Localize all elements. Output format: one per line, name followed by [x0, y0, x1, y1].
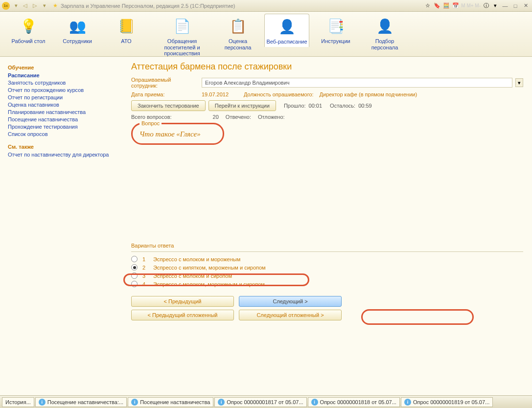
remain-value: 00:59: [358, 103, 372, 109]
window-tab[interactable]: iПосещение наставничества: [128, 397, 213, 407]
answer-option-2[interactable]: 2 Эспрессо с кипятком, мороженым и сироп…: [131, 263, 523, 272]
sidebar-item-occupancy[interactable]: Занятость сотрудников: [8, 80, 115, 86]
bookmark-icon[interactable]: 🔖: [433, 2, 441, 10]
elapsed-value: 00:01: [309, 103, 323, 109]
answer-number: 1: [142, 256, 148, 262]
dropdown-icon[interactable]: ▾: [40, 1, 49, 10]
answer-option-1[interactable]: 1 Эспрессо с молоком и мороженым: [131, 255, 523, 263]
deferred-label: Отложено:: [258, 114, 285, 120]
close-button[interactable]: ✕: [521, 1, 530, 10]
info-icon: i: [39, 399, 46, 406]
employees-icon: 👥: [67, 16, 88, 36]
add-person-icon: 👤: [374, 16, 395, 36]
window-tab[interactable]: iОпрос 00000001818 от 05.07...: [308, 397, 400, 407]
clipboard-icon: 📋: [228, 16, 248, 36]
ato-icon: 📒: [116, 16, 137, 36]
window-tab[interactable]: iОпрос 00000001817 от 05.07...: [214, 397, 306, 407]
forward-icon[interactable]: ▷: [30, 1, 39, 10]
star-icon[interactable]: ★: [53, 2, 58, 9]
dropdown-icon[interactable]: ▾: [491, 2, 499, 10]
sidebar-item-mentor-plan[interactable]: Планирование наставничества: [8, 109, 115, 115]
history-button[interactable]: История...: [2, 397, 34, 407]
toolbar-desktop[interactable]: 💡Рабочий стол: [6, 14, 51, 46]
answer-text: Эспрессо с кипятком, мороженым и сиропом: [153, 265, 266, 271]
answers-legend: Варианты ответа: [131, 243, 523, 249]
remain-label: Осталось:: [330, 103, 355, 109]
memory-indicators: M M+ M-: [461, 3, 481, 8]
highlight-next: [361, 309, 474, 325]
window-tab[interactable]: iПосещение наставничества:...: [35, 397, 127, 407]
instructions-icon: 📑: [325, 16, 346, 36]
goto-instruction-button[interactable]: Перейти к инструкции: [208, 100, 276, 111]
employee-field[interactable]: Егоров Александр Владимирович: [202, 78, 512, 88]
sidebar-item-mentor-eval[interactable]: Оценка наставников: [8, 102, 115, 108]
hiredate-value: 19.07.2012: [202, 91, 241, 97]
sidebar-header-seealso: См. также: [8, 144, 115, 150]
highlight-answer: [123, 273, 309, 286]
dropdown-icon[interactable]: ▾: [515, 78, 523, 87]
toolbar-assessment[interactable]: 📋Оценка персонала: [215, 14, 260, 52]
window-tab[interactable]: iОпрос 00000001819 от 05.07...: [401, 397, 493, 407]
page-title: Аттестация бармена после стажировки: [131, 62, 523, 72]
finish-test-button[interactable]: Закончить тестирование: [131, 100, 206, 111]
next-button[interactable]: Следующий >: [239, 296, 342, 307]
info-icon: i: [218, 399, 225, 406]
question-text: Что такое «Глясе»: [139, 130, 216, 138]
info-icon[interactable]: ⓘ: [482, 2, 490, 10]
radio-icon[interactable]: [131, 264, 138, 271]
back-icon[interactable]: ◁: [21, 1, 29, 10]
main-panel: Аттестация бармена после стажировки Опра…: [122, 57, 532, 395]
sidebar-item-reg-report[interactable]: Отчет по регистрации: [8, 94, 115, 100]
hiredate-label: Дата приема:: [131, 91, 199, 97]
prev-deferred-button[interactable]: < Предыдущий отложенный: [131, 310, 234, 320]
toolbar-instructions[interactable]: 📑Инструкции: [313, 14, 358, 46]
calendar-icon[interactable]: 📅: [452, 2, 460, 10]
answered-label: Отвечено:: [226, 114, 251, 120]
next-deferred-button[interactable]: Следующий отложенный >: [239, 310, 342, 320]
calc-icon[interactable]: 🧮: [442, 2, 450, 10]
sidebar: Обучение Расписание Занятость сотруднико…: [0, 57, 122, 395]
position-value: Директор кафе (в прямом подчинении): [320, 91, 417, 97]
titlebar: 1c ▾ ◁ ▷ ▾ ★ Зарплата и Управление Персо…: [0, 0, 532, 12]
sidebar-item-mentor-visit[interactable]: Посещение наставничества: [8, 116, 115, 122]
info-icon: i: [311, 399, 318, 406]
favorite-icon[interactable]: ☆: [424, 2, 432, 10]
nav-buttons: ◁ ▷ ▾: [21, 1, 49, 10]
question-legend: Вопрос: [139, 120, 162, 126]
dropdown-icon[interactable]: ▾: [12, 1, 21, 10]
sidebar-item-surveys[interactable]: Список опросов: [8, 131, 115, 137]
sidebar-item-director-report[interactable]: Отчет по наставничеству для директора: [8, 152, 115, 158]
person-icon: 👤: [277, 16, 297, 37]
toolbar-web-schedule[interactable]: 👤Веб-расписание: [264, 14, 309, 47]
app-icon: 1c: [2, 2, 10, 10]
main-toolbar: 💡Рабочий стол 👥Сотрудники 📒АТО 📄Обращени…: [0, 12, 532, 57]
minimize-button[interactable]: —: [501, 1, 509, 10]
position-label: Должность опрашиваемого:: [244, 91, 314, 97]
answer-text: Эспрессо с молоком и мороженым: [153, 256, 240, 262]
document-icon: 📄: [172, 16, 192, 36]
radio-icon[interactable]: [131, 256, 138, 262]
toolbar-appeals[interactable]: 📄Обращения посетителей и происшествия: [153, 14, 211, 59]
prev-button[interactable]: < Предыдущий: [131, 296, 234, 307]
employee-label: Опрашиваемый сотрудник:: [131, 77, 199, 89]
statusbar: История... iПосещение наставничества:...…: [0, 395, 532, 408]
desktop-icon: 💡: [18, 16, 39, 36]
answer-number: 2: [142, 265, 148, 271]
info-icon: i: [404, 399, 411, 406]
question-box: Вопрос Что такое «Глясе»: [131, 123, 224, 145]
info-icon: i: [131, 399, 138, 406]
sidebar-header-training: Обучение: [8, 65, 115, 70]
elapsed-label: Прошло:: [284, 103, 306, 109]
sidebar-item-testing[interactable]: Прохождение тестирования: [8, 124, 115, 130]
toolbar-recruit[interactable]: 👤Подбор персонала: [362, 14, 407, 52]
sidebar-item-course-report[interactable]: Отчет по прохождению курсов: [8, 87, 115, 93]
toolbar-employees[interactable]: 👥Сотрудники: [55, 14, 100, 46]
sidebar-item-schedule[interactable]: Расписание: [8, 72, 115, 78]
maximize-button[interactable]: □: [511, 1, 520, 10]
total-value: 20: [213, 114, 219, 120]
total-label: Всего вопросов:: [131, 114, 172, 120]
toolbar-ato[interactable]: 📒АТО: [104, 14, 149, 46]
window-title: Зарплата и Управление Персоналом, редакц…: [61, 3, 424, 9]
